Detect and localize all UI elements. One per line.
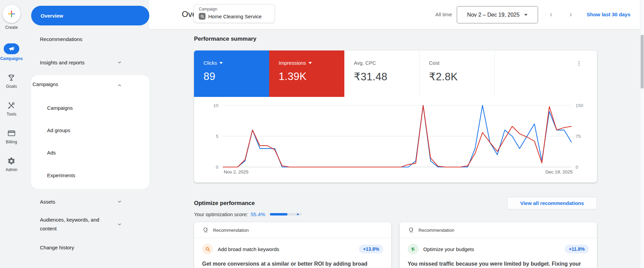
metric-tile-impressions[interactable]: Impressions 1.39K [269,50,344,97]
time-scope-label: All time [435,12,452,17]
metric-label: Avg. CPC [354,60,376,66]
left-rail: Create Campaigns [0,0,23,268]
recommendation-menu-button[interactable] [202,225,212,235]
campaign-selector-label: Campaign [199,7,270,12]
nav-item-ads[interactable]: Ads [47,148,56,157]
scrollbar-thumb[interactable] [641,35,644,88]
uplift-badge: +13.8% [359,245,383,253]
metric-value: 89 [203,70,269,83]
rail-item-campaigns[interactable]: Campaigns [0,43,23,61]
nav-item-experiments[interactable]: Experiments [47,171,75,179]
performance-summary-title: Performance summary [194,36,597,42]
nav-item-recommendations[interactable]: Recommendations [40,33,149,45]
right-axis-tick: 75 [576,134,581,139]
trophy-icon [7,74,16,82]
chevron-down-icon [117,199,122,204]
campaign-name: Home Cleaning Service [208,14,262,19]
kebab-menu-icon [576,60,582,66]
optimize-performance-title: Optimize performance [194,200,255,207]
nav-item-overview[interactable]: Overview [31,6,149,25]
nav-item-audiences-keywords-content[interactable]: Audiences, keywords, and content [40,215,149,233]
uplift-badge: +11.8% [565,245,589,253]
chevron-up-icon [117,83,122,88]
performance-chart[interactable]: 10 5 0 150 75 0 Nov 2, 2025 Dec 19, 2025 [194,97,597,183]
show-last-30-days-link[interactable]: Show last 30 days [587,12,630,17]
campaigns-pill [4,43,19,54]
recommendation-title[interactable]: Add broad match keywords [218,246,359,252]
recommendation-body-text: You missed traffic because you were limi… [408,260,589,268]
create-label: Create [5,25,18,30]
rail-item-goals[interactable]: Goals [6,73,17,89]
left-axis-tick: 10 [194,103,218,108]
metric-tile-cost[interactable]: Cost ₹2.8K [420,50,495,97]
nav-item-ad-groups[interactable]: Ad groups [47,126,70,134]
recommendation-card-header: Recommendation [194,222,391,238]
chevron-right-icon [568,12,574,18]
score-bar-fill [270,213,287,215]
right-axis-tick: 150 [576,103,583,108]
page-scrollbar[interactable] [640,0,644,268]
score-bar-marker [297,213,299,215]
metric-tile-avg-cpc[interactable]: Avg. CPC ₹31.48 [344,50,420,97]
x-axis-start-label: Nov 2, 2025 [224,169,249,174]
metric-tile-clicks[interactable]: Clicks 89 [194,50,269,97]
caret-down-icon [308,62,312,64]
left-axis-tick: 0 [194,165,218,170]
content-area: Performance summary Clicks 89 Impression… [149,30,644,268]
rail-item-create: Create [2,5,21,30]
recommendation-card-header: Recommendation [400,222,597,238]
recommendation-card: Recommendation [400,222,597,268]
rail-label-billing: Billing [6,140,17,144]
optimization-score-row: Your optimization score: 55.4% [194,211,597,217]
gear-icon [7,157,16,165]
rail-label-tools: Tools [6,112,16,117]
metric-value: ₹31.48 [354,70,419,83]
rail-item-admin[interactable]: Admin [5,157,17,172]
date-range-picker[interactable]: Nov 2 – Dec 19, 2025 [457,6,538,23]
kebab-menu-icon [204,227,210,233]
billing-card-icon [7,129,16,138]
chevron-down-icon [117,60,122,65]
metric-value: 1.39K [279,70,344,83]
recommendation-header-label: Recommendation [213,228,386,233]
search-icon [202,244,213,254]
side-navigation: Overview Recommendations Insights and re… [23,0,149,268]
recommendation-title[interactable]: Optimize your budgets [423,246,565,252]
topbar: Overview Campaign Home Cleaning Service … [149,0,644,29]
budget-arrows-icon [408,244,418,254]
google-ads-app: Create Campaigns [0,0,644,268]
metric-tiles: Clicks 89 Impressions 1.39K Avg. CPC [194,50,597,97]
nav-item-insights-and-reports[interactable]: Insights and reports [40,56,149,68]
optimization-score-bar [270,213,302,215]
rail-item-tools[interactable]: Tools [6,101,16,117]
right-axis-tick: 0 [576,165,578,170]
view-all-recommendations-button[interactable]: View all recommendations [507,197,597,209]
metric-label: Impressions [279,60,306,66]
date-range-value: Nov 2 – Dec 19, 2025 [467,12,520,18]
next-period-button[interactable] [566,10,575,19]
tools-icon [7,101,16,110]
search-campaign-icon [199,13,206,20]
nav-item-change-history[interactable]: Change history [40,241,149,253]
performance-summary-card: Clicks 89 Impressions 1.39K Avg. CPC [194,50,597,183]
kebab-menu-icon [410,227,415,233]
metric-label: Clicks [203,60,217,66]
metric-label: Cost [429,60,439,66]
campaign-selector[interactable]: Campaign Home Cleaning Service [194,4,275,23]
metric-value: ₹2.8K [429,70,494,83]
rail-label-goals: Goals [6,84,17,89]
create-button[interactable] [2,5,21,23]
summary-card-menu-button[interactable] [574,59,584,68]
recommendation-menu-button[interactable] [408,225,417,235]
x-axis-end-label: Dec 19, 2025 [545,169,573,174]
nav-item-campaigns-group[interactable]: Campaigns [33,81,58,87]
megaphone-icon [8,46,15,52]
nav-item-assets[interactable]: Assets [40,195,149,208]
previous-period-button[interactable] [546,10,556,19]
rail-item-billing[interactable]: Billing [6,129,17,144]
optimization-score-value: 55.4% [251,211,265,217]
nav-item-campaigns[interactable]: Campaigns [47,104,73,112]
chevron-down-icon [117,222,122,227]
rail-label-admin: Admin [5,167,17,172]
plus-icon [7,9,16,18]
